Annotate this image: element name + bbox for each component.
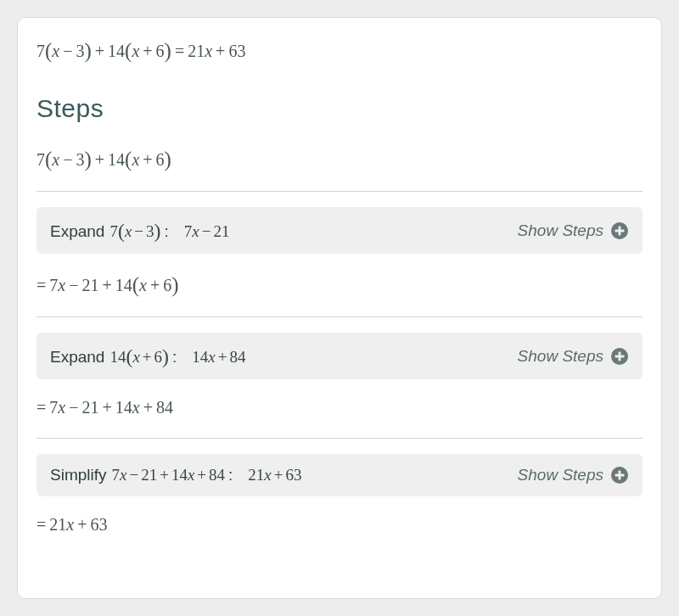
separator [36, 191, 643, 192]
var: x [58, 398, 65, 417]
intermediate-result-2: =7x−21+14x+84 [36, 398, 643, 417]
steps-heading: Steps [36, 94, 643, 123]
op: + [92, 42, 108, 60]
var: x [192, 222, 199, 240]
coef: 7 [36, 42, 45, 60]
left-paren: ( [45, 148, 52, 171]
var: x [208, 348, 215, 366]
var: x [58, 276, 65, 294]
coef: 21 [188, 42, 205, 60]
num: 6 [163, 276, 171, 294]
coef: 7 [49, 398, 58, 417]
num: 84 [229, 348, 245, 366]
op: − [199, 222, 214, 240]
plus-circle-icon [610, 347, 629, 366]
num: 84 [209, 466, 225, 484]
show-steps-button[interactable]: Show Steps [518, 466, 629, 484]
op: − [65, 276, 81, 294]
num: 3 [76, 42, 85, 60]
solution-card: 7(x−3)+14(x+6)=21x+63 Steps 7(x−3)+14(x+… [17, 17, 662, 599]
initial-expression: 7(x−3)+14(x+6) [36, 147, 643, 171]
svg-rect-8 [619, 471, 621, 480]
step-description: Expand 14(x+6) : 14x+84 [50, 344, 245, 367]
right-paren: ) [171, 273, 178, 296]
num: 63 [228, 42, 245, 60]
op: + [139, 42, 155, 60]
var: x [52, 42, 59, 60]
svg-rect-5 [619, 351, 621, 361]
op: + [98, 398, 115, 417]
op: + [216, 348, 230, 366]
num: 21 [81, 276, 98, 294]
step-row-expand-1: Expand 7(x−3) : 7x−21 Show Steps [36, 207, 643, 254]
right-paren: ) [85, 148, 92, 171]
op: + [157, 466, 171, 484]
plus-circle-icon [610, 466, 629, 484]
colon: : [164, 222, 168, 241]
coef: 7 [36, 150, 45, 169]
op: + [92, 150, 108, 169]
intermediate-result-1: =7x−21+14(x+6) [36, 272, 643, 296]
num: 63 [90, 515, 107, 534]
left-paren: ( [45, 39, 52, 62]
right-paren: ) [162, 345, 169, 367]
main-equation: 7(x−3)+14(x+6)=21x+63 [36, 38, 643, 62]
step-row-simplify: Simplify 7x−21+14x+84 : 21x+63 Show Step… [36, 454, 643, 496]
var: x [132, 150, 139, 169]
op: + [212, 42, 228, 60]
var: x [205, 42, 212, 60]
coef: 14 [192, 348, 208, 366]
num: 84 [156, 398, 173, 417]
step-action: Expand [50, 348, 104, 367]
op: + [272, 466, 286, 484]
coef: 14 [109, 348, 126, 366]
final-result: =21x+63 [36, 515, 643, 535]
show-steps-button[interactable]: Show Steps [518, 347, 629, 366]
num: 63 [285, 466, 301, 484]
var: x [132, 348, 139, 366]
coef: 7 [184, 222, 193, 240]
svg-rect-2 [619, 226, 621, 235]
op: + [139, 150, 155, 169]
left-paren: ( [118, 220, 125, 242]
coef: 14 [171, 466, 188, 484]
op: + [98, 276, 115, 294]
left-paren: ( [132, 273, 139, 296]
num: 6 [156, 42, 165, 60]
plus-circle-icon [610, 221, 629, 240]
equals: = [36, 398, 49, 417]
op: − [59, 42, 76, 60]
op: + [140, 348, 154, 366]
right-paren: ) [154, 220, 161, 242]
num: 3 [76, 150, 85, 169]
op: − [126, 466, 141, 484]
colon: : [228, 466, 233, 484]
coef: 7 [109, 222, 118, 240]
show-steps-button[interactable]: Show Steps [518, 221, 629, 240]
var: x [264, 466, 271, 484]
op: + [194, 466, 209, 484]
op: − [59, 150, 76, 169]
step-action: Simplify [50, 466, 107, 484]
var: x [52, 150, 59, 169]
separator [36, 438, 643, 439]
op: + [147, 276, 163, 294]
equals: = [36, 515, 49, 534]
coef: 7 [49, 276, 58, 294]
num: 21 [141, 466, 157, 484]
var: x [139, 276, 147, 294]
var: x [132, 42, 139, 60]
op: − [132, 222, 146, 240]
equals: = [36, 276, 49, 294]
coef: 21 [248, 466, 264, 484]
num: 21 [213, 222, 229, 240]
coef: 14 [115, 276, 132, 294]
num: 3 [146, 222, 154, 240]
step-action: Expand [50, 222, 104, 241]
show-steps-label: Show Steps [518, 347, 603, 366]
step-description: Expand 7(x−3) : 7x−21 [50, 219, 229, 242]
coef: 7 [112, 466, 121, 484]
equals: = [171, 42, 188, 60]
num: 21 [81, 398, 98, 417]
op: + [74, 515, 90, 534]
